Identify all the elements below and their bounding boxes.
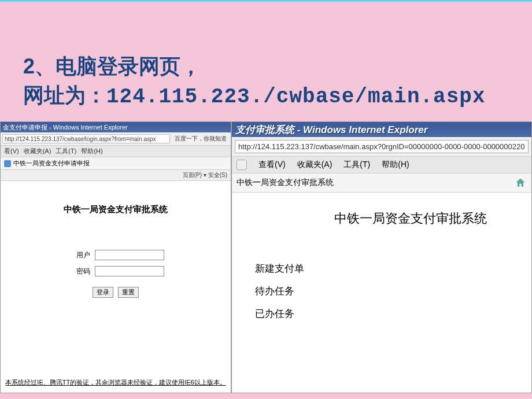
menu-fav-left[interactable]: 收藏夹(A) xyxy=(24,147,51,156)
pass-label: 密码 xyxy=(67,267,90,276)
tab-bar-right: 中铁一局资金支付审批系统 xyxy=(232,173,531,193)
login-button[interactable]: 登录 xyxy=(93,287,113,298)
heading-line2-prefix: 网址为： xyxy=(23,83,106,107)
tab-favicon-left xyxy=(4,160,11,167)
toolbar-text-left[interactable]: 页面(P) ▾ 安全(S) xyxy=(183,171,227,179)
login-form: 用户 密码 登录 重置 xyxy=(67,250,164,298)
user-input[interactable] xyxy=(95,250,164,260)
system-title-left: 中铁一局资金支付审批系统 xyxy=(1,204,231,215)
window-title-right: 支付审批系统 - Windows Internet Explorer xyxy=(235,123,427,136)
page-content-left: 中铁一局资金支付审批系统 用户 密码 登录 重置 xyxy=(1,181,231,298)
tab-left-group: 中铁一局资金支付审批系统 xyxy=(237,178,334,188)
reset-button[interactable]: 重置 xyxy=(118,287,139,298)
menu-help-left[interactable]: 帮助(H) xyxy=(81,147,102,156)
user-label: 用户 xyxy=(67,250,90,260)
tab-label-right[interactable]: 中铁一局资金支付审批系统 xyxy=(237,178,334,188)
menu-view-left[interactable]: 看(V) xyxy=(4,147,19,156)
menu-links: 新建支付单 待办任务 已办任务 xyxy=(232,262,531,320)
url-input-left[interactable] xyxy=(2,134,170,143)
system-title-right: 中铁一局资金支付审批系统 xyxy=(232,210,531,227)
menu-tools-left[interactable]: 工具(T) xyxy=(56,147,76,156)
tab-bar-left: 中铁一局资金支付申请申报 xyxy=(1,157,231,170)
heading: 2、电脑登录网页， 网址为：124.115.223./cwbase/main.a… xyxy=(23,52,509,112)
address-bar-right xyxy=(232,137,531,157)
toolbar-left: 页面(P) ▾ 安全(S) xyxy=(1,170,231,181)
menu-view-right[interactable]: 查看(V) xyxy=(258,160,286,170)
home-icon[interactable] xyxy=(514,177,527,189)
user-row: 用户 xyxy=(67,250,164,260)
tab-label-left[interactable]: 中铁一局资金支付申请申报 xyxy=(13,159,90,168)
slide-background: 2、电脑登录网页， 网址为：124.115.223./cwbase/main.a… xyxy=(0,0,532,399)
top-border xyxy=(0,0,532,2)
screenshots-row: 金支付申请申报 - Windows Internet Explorer 百度一下… xyxy=(0,121,532,399)
menu-bar-right: 查看(V) 收藏夹(A) 工具(T) 帮助(H) xyxy=(232,157,531,173)
back-icon[interactable] xyxy=(237,160,247,170)
link-new-payment[interactable]: 新建支付单 xyxy=(255,262,531,275)
link-pending-tasks[interactable]: 待办任务 xyxy=(255,285,531,298)
page-content-right: 中铁一局资金支付审批系统 新建支付单 待办任务 已办任务 xyxy=(232,193,531,320)
menu-tools-right[interactable]: 工具(T) xyxy=(343,160,370,170)
pass-input[interactable] xyxy=(95,266,164,276)
link-done-tasks[interactable]: 已办任务 xyxy=(255,307,531,320)
menu-fav-right[interactable]: 收藏夹(A) xyxy=(297,160,332,170)
system-screenshot: 支付审批系统 - Windows Internet Explorer 查看(V)… xyxy=(231,121,532,393)
window-titlebar-right: 支付审批系统 - Windows Internet Explorer xyxy=(232,122,531,137)
window-titlebar-left: 金支付申请申报 - Windows Internet Explorer xyxy=(1,122,231,132)
heading-line1: 2、电脑登录网页， xyxy=(23,54,201,78)
pass-row: 密码 xyxy=(67,266,164,276)
heading-url: 124.115.223./cwbase/main.aspx xyxy=(106,85,486,109)
button-row: 登录 重置 xyxy=(67,287,164,298)
window-title-left: 金支付申请申报 - Windows Internet Explorer xyxy=(3,123,128,132)
address-bar-left: 百度一下，你就知道 xyxy=(1,132,231,146)
login-screenshot: 金支付申请申报 - Windows Internet Explorer 百度一下… xyxy=(0,121,231,393)
footer-note: 本系统经过IE、腾讯TT的验证，其余浏览器未经验证，建议使用IE6以上版本。 xyxy=(1,378,231,387)
url-input-right[interactable] xyxy=(235,140,529,153)
search-hint-left: 百度一下，你就知道 xyxy=(172,135,229,143)
menu-help-right[interactable]: 帮助(H) xyxy=(382,160,409,170)
menu-bar-left: 看(V) 收藏夹(A) 工具(T) 帮助(H) xyxy=(1,146,231,157)
slide-title: 2、电脑登录网页， 网址为：124.115.223./cwbase/main.a… xyxy=(0,0,532,124)
